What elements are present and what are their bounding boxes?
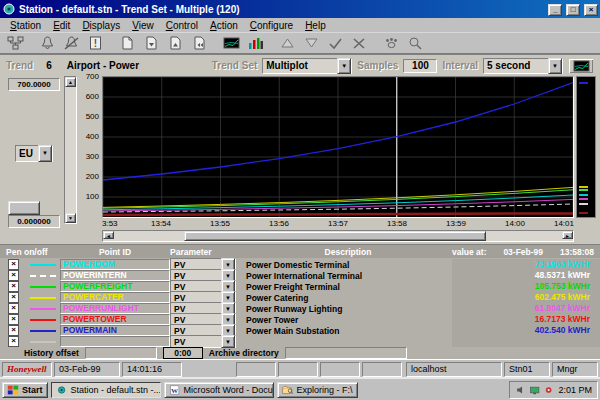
page-up-icon[interactable] [164,35,186,52]
task-button[interactable]: Station - default.stn -... [51,382,161,398]
scale-max-field[interactable]: 700.0000 [8,78,60,91]
pen-checkbox[interactable]: × [8,259,19,270]
chevron-down-icon[interactable]: ▼ [221,335,235,348]
start-button[interactable]: Start [2,382,48,398]
sitemap-icon[interactable] [4,35,26,52]
window-titlebar[interactable]: Station - default.stn - Trend Set - Mult… [0,0,600,18]
chevron-down-icon[interactable]: ▼ [337,58,351,74]
trend-print-button[interactable] [568,58,594,74]
task-button[interactable]: WMicrosoft Word - Document [164,382,274,398]
raise-icon[interactable] [276,35,298,52]
alarm-silence-icon[interactable] [60,35,82,52]
point-id-field[interactable]: POWERDOM [60,259,170,270]
pen-checkbox[interactable]: × [8,336,19,347]
cancel-icon[interactable] [348,35,370,52]
trend-plot[interactable] [102,76,574,218]
toolbar-separator [28,35,34,51]
pen-line-sample [30,308,56,310]
trend-display-icon[interactable] [220,35,242,52]
pen-description: Power Domestic Terminal [244,260,452,270]
page-down-icon[interactable] [140,35,162,52]
window-controls: _ □ × [547,3,598,16]
y-tick-label: 200 [78,172,99,181]
pen-value: 48.5371 kWHr [452,270,600,281]
pen-checkbox[interactable]: × [8,281,19,292]
menu-control[interactable]: Control [160,19,204,32]
scroll-up-icon[interactable]: ▲ [65,77,76,87]
scroll-left-icon[interactable]: ◄ [103,231,114,239]
trend-set-select[interactable]: Multiplot ▼ [262,58,352,74]
menu-edit[interactable]: Edit [47,19,76,32]
trend-set-label: Trend Set [212,60,258,71]
explorer-icon [282,383,294,397]
page-icon[interactable] [116,35,138,52]
menu-action[interactable]: Action [204,19,244,32]
accept-icon[interactable] [324,35,346,52]
point-id-field[interactable]: POWERMAIN [60,325,170,336]
zoom-icon[interactable] [404,35,426,52]
scroll-right-icon[interactable]: ► [562,231,573,239]
pen-checkbox[interactable]: × [8,325,19,336]
page-back-icon[interactable] [188,35,210,52]
samples-input[interactable]: 100 [403,59,437,73]
status-time: 14:01:16 [122,362,182,377]
pen-checkbox[interactable]: × [8,270,19,281]
samples-label: Samples [357,60,398,71]
pen-table-header: Pen on/off Point ID Parameter Descriptio… [0,245,600,258]
col-value-at: value at: 03-Feb-99 13:58:08 [452,247,600,257]
display-icon[interactable] [529,383,541,397]
scrollbar-thumb[interactable] [184,231,486,241]
axis-corner-button[interactable] [8,201,40,215]
menu-displays[interactable]: Displays [76,19,126,32]
point-id-field[interactable]: POWERRUNLIGHT [60,303,170,314]
pen-value-marker [579,194,588,196]
pen-line-sample [30,330,56,332]
close-button[interactable]: × [584,4,598,16]
eu-select[interactable]: EU ▼ [15,145,53,162]
interval-select[interactable]: 5 second ▼ [483,58,563,74]
point-id-field[interactable]: POWERFREIGHT [60,281,170,292]
pen-checkbox[interactable]: × [8,292,19,303]
scroll-down-icon[interactable]: ▼ [65,213,76,223]
volume-icon[interactable] [515,383,527,397]
pen-line-sample [30,319,56,321]
vertical-scrollbar[interactable]: ▲ ▼ [64,76,77,224]
toolbar-separator [268,35,274,51]
menu-view[interactable]: View [126,19,160,32]
group-display-icon[interactable] [244,35,266,52]
message-page-icon[interactable]: ! [84,35,106,52]
pen-line-sample [30,286,56,288]
menu-station[interactable]: Station [4,19,47,32]
pen-checkbox[interactable]: × [8,303,19,314]
archive-directory-input[interactable] [285,347,407,359]
input-icon[interactable] [543,383,555,397]
col-parameter: Parameter [170,247,236,257]
lower-icon[interactable] [300,35,322,52]
x-tick-label: 3:53 [102,219,132,228]
alarm-bell-icon[interactable] [36,35,58,52]
status-empty-cell [362,362,402,377]
chevron-down-icon[interactable]: ▼ [38,145,52,162]
menu-configure[interactable]: Configure [244,19,299,32]
trend-number[interactable]: 6 [46,60,52,71]
task-button[interactable]: Exploring - F:\ [277,382,358,398]
point-id-field[interactable] [60,336,170,347]
pen-line-sample [30,264,56,266]
history-offset-input[interactable] [85,347,157,359]
screen: Station - default.stn - Trend Set - Mult… [0,0,600,400]
toolbar-separator [372,35,378,51]
menu-help[interactable]: Help [299,19,332,32]
maximize-button[interactable]: □ [566,4,580,16]
pen-checkbox[interactable]: × [8,314,19,325]
windows-taskbar: Start Station - default.stn -...WMicroso… [0,377,600,400]
pen-row: ×POWERINTERNPV▼Power International Termi… [0,269,600,280]
point-id-field[interactable]: POWERCATER [60,292,170,303]
point-id-field[interactable]: POWERINTERN [60,270,170,281]
paw-icon[interactable] [380,35,402,52]
interval-label: Interval [442,60,478,71]
point-id-field[interactable]: POWERTOWER [60,314,170,325]
chevron-down-icon[interactable]: ▼ [548,58,562,74]
scale-min-field[interactable]: 0.000000 [8,215,60,228]
horizontal-scrollbar[interactable]: ◄ ► [102,230,574,242]
minimize-button[interactable]: _ [548,4,562,16]
